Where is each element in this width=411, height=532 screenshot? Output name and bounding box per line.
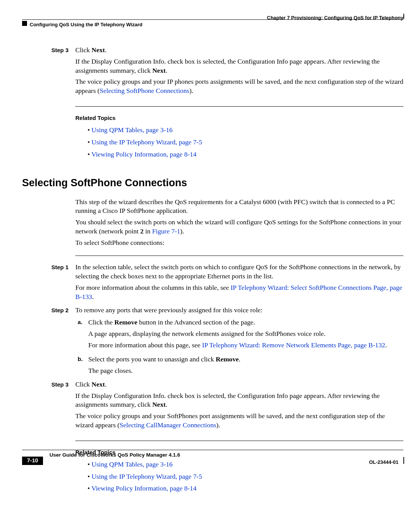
section-header: Configuring QoS Using the IP Telephony W…	[30, 21, 142, 28]
step-3-block-top: Step 3 Click Next. If the Display Config…	[22, 46, 403, 98]
text: The page closes.	[88, 366, 241, 375]
text: .	[92, 293, 94, 300]
step-3-block-bottom: Step 3 Click Next. If the Display Config…	[22, 380, 403, 432]
list-item: Viewing Policy Information, page 8-14	[88, 150, 403, 159]
text: ).	[216, 421, 220, 429]
substep-b-marker: b.	[78, 355, 88, 378]
hr-container	[75, 256, 403, 256]
step-body: Click Next. If the Display Configuration…	[75, 380, 403, 432]
text: .	[105, 46, 107, 54]
text: Select the ports you want to unassign an…	[88, 355, 216, 363]
text: .	[385, 341, 387, 349]
footer-rule-icon	[403, 457, 405, 464]
list-item: Using the IP Telephony Wizard, page 7-5	[88, 138, 403, 147]
list-item: Using QPM Tables, page 3-16	[88, 460, 403, 469]
intro-p1: This step of the wizard describes the Qo…	[75, 198, 403, 216]
link-ip-telephony-wizard[interactable]: Using the IP Telephony Wizard, page 7-5	[92, 138, 202, 146]
link-ip-telephony-wizard[interactable]: Using the IP Telephony Wizard, page 7-5	[92, 473, 202, 480]
related-heading: Related Topics	[75, 114, 403, 122]
remove-bold: Remove	[114, 318, 137, 326]
link-figure-7-1[interactable]: Figure 7-1	[152, 227, 180, 235]
text: If the Display Configuration Info. check…	[75, 58, 380, 74]
header-divider	[22, 19, 403, 20]
text: For more information about this page, se…	[88, 341, 202, 349]
text: Click	[75, 46, 92, 54]
link-callmanager[interactable]: Selecting CallManager Connections	[119, 421, 216, 429]
next-bold: Next	[152, 401, 166, 408]
text: ).	[180, 227, 184, 235]
text: .	[239, 355, 240, 363]
text: button in the Advanced section of the pa…	[137, 318, 255, 326]
text: Click	[75, 380, 92, 388]
next-bold: Next	[92, 380, 105, 388]
text: If the Display Configuration Info. check…	[75, 392, 380, 409]
text: In the selection table, select the switc…	[75, 263, 403, 281]
link-selecting-softphone[interactable]: Selecting SoftPhone Connections	[100, 87, 190, 94]
section-divider	[75, 256, 403, 256]
text: A page appears, displaying the network e…	[88, 329, 387, 339]
link-viewing-policy[interactable]: Viewing Policy Information, page 8-14	[91, 150, 196, 158]
text: For more information about the columns i…	[75, 284, 231, 291]
link-qpm-tables[interactable]: Using QPM Tables, page 3-16	[92, 126, 173, 134]
step-label: Step 3	[51, 46, 75, 98]
text: You should select the switch ports on wh…	[75, 218, 401, 235]
text: To remove any ports that were previously…	[75, 306, 403, 315]
section-divider	[75, 106, 403, 107]
corner-marker-top	[22, 21, 27, 26]
link-qpm-tables[interactable]: Using QPM Tables, page 3-16	[92, 460, 173, 468]
footer-divider	[22, 450, 403, 450]
step-1-block: Step 1 In the selection table, select th…	[22, 263, 403, 304]
step-2-block: Step 2 To remove any ports that were pre…	[22, 306, 403, 378]
related-topics-block: Related Topics Using QPM Tables, page 3-…	[75, 114, 403, 159]
list-item: Viewing Policy Information, page 8-14	[88, 484, 403, 493]
step-body: In the selection table, select the switc…	[75, 263, 403, 304]
chapter-header: Chapter 7 Provisioning: Configuring QoS …	[267, 14, 403, 21]
intro-block: This step of the wizard describes the Qo…	[75, 198, 403, 248]
text: ).	[190, 87, 193, 94]
heading-selecting-softphone: Selecting SoftPhone Connections	[22, 176, 403, 190]
section-divider	[75, 441, 403, 441]
step-body: To remove any ports that were previously…	[75, 306, 403, 378]
list-item: a. Click the Remove button in the Advanc…	[75, 318, 403, 352]
bold-2: 2	[140, 227, 144, 235]
remove-bold: Remove	[216, 355, 239, 363]
intro-p3: To select SoftPhone connections:	[75, 238, 403, 248]
list-item: Using the IP Telephony Wizard, page 7-5	[88, 472, 403, 481]
link-viewing-policy[interactable]: Viewing Policy Information, page 8-14	[91, 484, 196, 492]
page-content: Step 3 Click Next. If the Display Config…	[22, 46, 403, 496]
page-number: 7-10	[22, 457, 43, 465]
footer-doc-title: User Guide for CiscoWorks QoS Policy Man…	[49, 452, 180, 459]
hr-container	[75, 106, 403, 107]
step-label: Step 1	[51, 263, 75, 304]
next-bold: Next	[152, 67, 166, 74]
hr-container	[75, 441, 403, 441]
next-bold: Next	[92, 46, 105, 54]
text: Click the	[88, 318, 114, 326]
text: in	[143, 227, 152, 235]
step-label: Step 2	[51, 306, 75, 378]
step-body: Click Next. If the Display Configuration…	[75, 46, 403, 98]
doc-id: OL-23444-01	[369, 459, 398, 466]
step-label: Step 3	[51, 380, 75, 432]
link-remove-network-elements[interactable]: IP Telephony Wizard: Remove Network Elem…	[202, 341, 385, 349]
substep-a-marker: a.	[78, 318, 88, 352]
list-item: Using QPM Tables, page 3-16	[88, 126, 403, 135]
text: .	[166, 67, 167, 74]
list-item: b. Select the ports you want to unassign…	[75, 355, 403, 378]
text: .	[105, 380, 107, 388]
text: .	[166, 401, 167, 408]
